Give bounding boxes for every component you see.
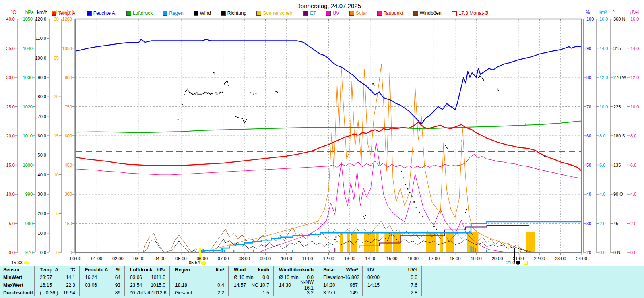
column-name: Regen [175, 267, 190, 273]
table-cell-group: 3.2 [273, 289, 318, 296]
rain-rate-tick [224, 250, 225, 252]
x-axis-label: 12:00 [323, 256, 334, 261]
cell-time: ^0.7hPa/h [130, 290, 152, 296]
direction-dot [224, 83, 225, 85]
table-cell-group: 14:30N-NW 16.1 [273, 281, 318, 289]
axis-tick-label: 40.0 [6, 17, 15, 21]
cell-time: 14:57 [234, 282, 246, 288]
direction-dot [208, 92, 209, 93]
axis-tick-label: 1040 [23, 46, 33, 51]
direction-dot [198, 94, 199, 95]
row-label: Durchschnitt [0, 290, 34, 296]
axis-tick-label: 16.0 [599, 17, 608, 21]
x-axis-label: 15:00 [386, 256, 398, 261]
column-unit: °C [70, 267, 75, 273]
axis-tick-label: 8.0 [599, 133, 605, 138]
column-unit: % [116, 267, 120, 273]
direction-dot [190, 92, 191, 93]
direction-dot [498, 90, 499, 91]
direction-dot [245, 121, 246, 122]
cell-time: 16:24 [85, 275, 97, 280]
axis-tick-label: 225 [613, 104, 621, 109]
direction-dot [480, 76, 481, 77]
x-axis-label: 00:00 [70, 256, 81, 261]
axis-tick-label: 45 [613, 221, 618, 226]
column-unit: km/h [258, 267, 269, 273]
table-cell-group: 16:2464 [79, 273, 124, 281]
column-name: UV [367, 267, 374, 273]
cell-time: 3:27 h [323, 290, 336, 296]
row-label: MinWert [0, 275, 34, 280]
axis-tick-label: 60 [586, 133, 591, 138]
cell-value: 1015.0 [151, 282, 165, 288]
table-cell-group: 3:27 h149 [318, 289, 362, 296]
direction-dot [210, 94, 211, 95]
axis-tick-label: 1200 [62, 17, 72, 21]
table-cell-group: 14:157.6 [362, 281, 422, 289]
rain-rate-tick [473, 247, 474, 252]
axis-tick-label: 4.0 [599, 192, 605, 197]
direction-dot [478, 77, 479, 78]
cell-value: 0.4 [217, 282, 224, 288]
direction-dot [465, 212, 466, 213]
column-unit: l/m² [216, 267, 224, 273]
cell-value: 93 [115, 282, 120, 288]
axis-header-°C: °C [11, 10, 16, 15]
column-unit: hPa [157, 267, 165, 273]
axis-tick-label: 0.0 [599, 250, 605, 255]
twilight-icon [524, 261, 528, 265]
direction-dot [187, 89, 188, 90]
table-cell-group [169, 273, 228, 281]
direction-dot [336, 236, 337, 238]
x-axis-label: 23:00 [555, 256, 566, 261]
direction-dot [401, 171, 402, 172]
axis-tick-label: 14.0 [630, 46, 639, 51]
axis-tick-label: 360 N [613, 17, 625, 21]
direction-dot [192, 94, 193, 95]
cell-value: 14.1 [66, 275, 75, 280]
axis-tick-label: 15 [54, 133, 59, 138]
direction-dot [184, 94, 185, 95]
table-cell-group: 14:57NO 10.7 [228, 281, 273, 289]
direction-dot [447, 148, 448, 149]
axis-tick-label: 40.0 [38, 172, 46, 177]
rain-rate-tick [233, 250, 234, 252]
axis-tick-label: 980 [25, 221, 33, 226]
rain-rate-tick [329, 251, 330, 252]
axis-tick-label: 1050 [23, 17, 33, 21]
x-axis-label: 07:00 [218, 256, 229, 261]
column-name: Windböen [279, 267, 302, 273]
axis-header-km/h: km/h [37, 10, 47, 15]
axis-tick-label: 10.0 [630, 104, 639, 109]
axis-tick-label: 14.0 [599, 46, 608, 51]
axis-tick-label: 20 [586, 250, 591, 255]
direction-dot [277, 92, 278, 93]
moonset-marker: 15:33 [11, 260, 29, 265]
cell-time: 14:30 [279, 282, 291, 288]
x-axis-label: 09:00 [260, 256, 271, 261]
x-axis-label: 05:00 [175, 256, 187, 261]
cell-value: 149 [350, 290, 358, 296]
direction-dot [413, 201, 415, 203]
weather-chart[interactable] [0, 0, 644, 298]
direction-dot [482, 78, 483, 79]
direction-dot [403, 178, 404, 179]
cell-time: 23:54 [130, 282, 142, 288]
sunrise-time: 05:54 [189, 260, 200, 265]
direction-dot [334, 239, 336, 240]
axis-tick-label: 30.0 [6, 75, 15, 80]
cell-value: NO 10.7 [251, 282, 269, 288]
axis-tick-label: 1010 [23, 133, 33, 138]
cell-value: 2.2 [217, 290, 224, 296]
axis-tick-label: 6.0 [630, 163, 636, 168]
axis-tick-label: 990 [25, 192, 33, 197]
direction-dot [409, 192, 411, 194]
x-axis-label: 18:00 [450, 256, 461, 261]
row-label: MaxWert [0, 282, 34, 288]
direction-dot [205, 92, 206, 93]
direction-dot [407, 188, 409, 190]
cell-time: 14:30 [323, 282, 335, 288]
rain-rate-tick [222, 248, 223, 252]
axis-tick-label: 0 N [613, 250, 620, 255]
axis-tick-label: 120.0 [35, 17, 46, 21]
